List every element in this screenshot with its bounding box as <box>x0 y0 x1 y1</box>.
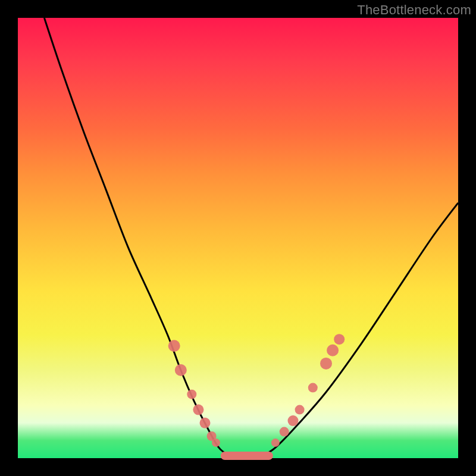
watermark-text: TheBottleneck.com <box>357 2 471 18</box>
marker-dot <box>308 383 318 393</box>
marker-dot <box>175 364 187 376</box>
marker-group <box>168 334 345 447</box>
marker-dot <box>280 427 289 437</box>
marker-dot <box>327 345 339 356</box>
bottleneck-curve <box>44 18 458 459</box>
plot-area <box>18 18 458 458</box>
marker-dot <box>187 390 196 399</box>
chart-svg <box>18 18 458 458</box>
marker-dot <box>295 405 305 415</box>
chart-frame: TheBottleneck.com <box>0 0 476 476</box>
marker-dot <box>271 439 280 447</box>
marker-dot <box>334 334 345 345</box>
marker-dot <box>168 340 180 352</box>
marker-dot <box>212 439 220 447</box>
marker-dot <box>200 418 211 428</box>
marker-dot <box>193 405 203 415</box>
marker-dot <box>320 358 332 369</box>
marker-dot <box>288 415 299 426</box>
